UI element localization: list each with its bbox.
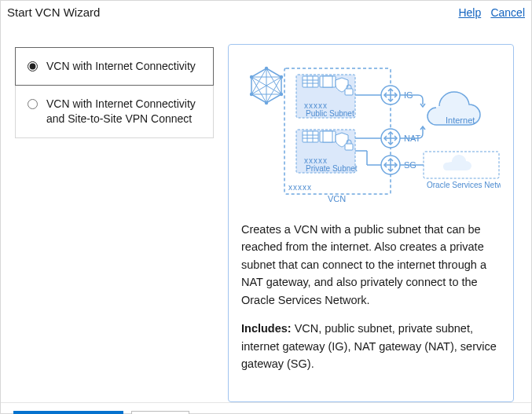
option-vcn-internet-vpn-label: VCN with Internet Connectivity and Site-… (46, 97, 202, 126)
diagram-osn-icon: Oracle Services Network (424, 152, 501, 189)
option-description: Creates a VCN with a public subnet that … (241, 221, 501, 309)
option-vcn-internet-vpn[interactable]: VCN with Internet Connectivity and Site-… (15, 86, 214, 138)
option-vcn-internet-label: VCN with Internet Connectivity (46, 59, 196, 74)
diagram-public-subnet-icon: xxxxx Public Subnet (296, 75, 355, 118)
diagram-public-subnet-label: Public Subnet (306, 109, 354, 118)
svg-rect-28 (303, 131, 318, 142)
includes-label: Includes: (241, 322, 292, 335)
svg-rect-34 (323, 131, 332, 142)
svg-point-11 (265, 67, 268, 70)
cancel-link[interactable]: Cancel (490, 6, 525, 19)
header-links: Help Cancel (452, 5, 525, 19)
option-details: xxxxx VCN (228, 44, 514, 402)
diagram-private-subnet-label: Private Subnet (306, 164, 358, 173)
svg-text:Oracle Services Network: Oracle Services Network (427, 181, 501, 189)
vcn-shape-icon (250, 67, 283, 104)
diagram-private-subnet-icon: xxxxx Private Subnet (296, 130, 358, 173)
cancel-button[interactable]: Cancel (131, 411, 189, 414)
dialog-footer: Start VCN Wizard Cancel (1, 402, 531, 414)
svg-point-13 (280, 93, 283, 96)
diagram-internet-icon: Internet (427, 92, 480, 125)
vcn-diagram: xxxxx VCN (241, 60, 501, 208)
diagram-vcn-placeholder: xxxxx (288, 183, 312, 192)
option-vcn-internet-radio[interactable] (28, 61, 38, 71)
vcn-wizard-dialog: Start VCN Wizard Help Cancel VCN with In… (0, 0, 532, 414)
dialog-title: Start VCN Wizard (7, 5, 100, 19)
option-list: VCN with Internet Connectivity VCN with … (15, 25, 214, 402)
option-vcn-internet[interactable]: VCN with Internet Connectivity (15, 47, 214, 86)
diagram-vcn-label: VCN (328, 194, 346, 203)
option-vcn-internet-vpn-radio[interactable] (28, 99, 38, 109)
help-link[interactable]: Help (458, 6, 481, 19)
svg-point-15 (250, 93, 253, 96)
svg-rect-18 (303, 76, 318, 87)
svg-point-12 (280, 75, 283, 79)
start-vcn-wizard-button[interactable]: Start VCN Wizard (13, 411, 123, 414)
svg-text:Internet: Internet (446, 115, 475, 125)
svg-rect-24 (323, 76, 332, 87)
svg-rect-35 (345, 144, 353, 150)
dialog-header: Start VCN Wizard Help Cancel (1, 1, 531, 25)
svg-rect-25 (345, 89, 353, 95)
dialog-content: VCN with Internet Connectivity VCN with … (1, 25, 531, 402)
svg-point-16 (250, 75, 253, 79)
svg-point-14 (265, 101, 268, 104)
option-includes: Includes: VCN, public subnet, private su… (241, 320, 501, 372)
